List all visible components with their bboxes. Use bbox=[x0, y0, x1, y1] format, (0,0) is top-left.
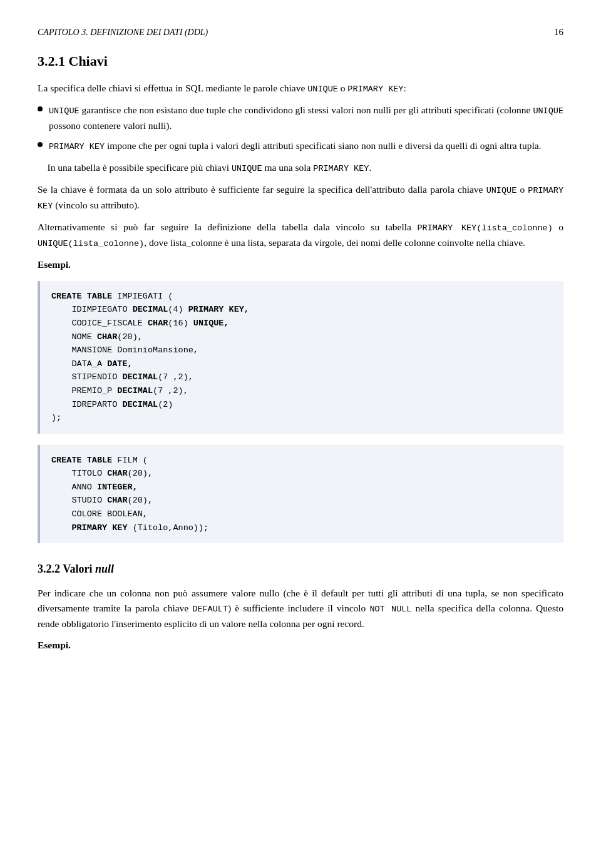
chapter-title: CAPITOLO 3. DEFINIZIONE DEI DATI (DDL) bbox=[38, 26, 208, 39]
inline-default: DEFAULT bbox=[192, 605, 228, 614]
bullet-dot-2 bbox=[38, 142, 43, 147]
page-number: 16 bbox=[554, 25, 563, 39]
section-322-num: 3.2.2 Valori bbox=[38, 563, 95, 575]
kw-date1: DATE, bbox=[107, 359, 133, 369]
kw-char1: CHAR bbox=[148, 319, 168, 328]
kw-table1: TABLE bbox=[87, 292, 113, 301]
inline-primary2: PRIMARY KEY bbox=[38, 186, 563, 211]
para-null-explanation: Per indicare che un colonna non può assu… bbox=[38, 586, 563, 631]
inline-code-unique3: UNIQUE bbox=[533, 106, 563, 116]
kw-char2: CHAR bbox=[97, 332, 117, 342]
bullet-list: UNIQUE garantisce che non esistano due t… bbox=[38, 103, 563, 154]
esempi-label-2: Esempi. bbox=[38, 638, 563, 653]
list-item-primary-key: PRIMARY KEY impone che per ogni tupla i … bbox=[38, 138, 563, 154]
kw-create2: CREATE bbox=[51, 456, 82, 465]
para-unique-multiple: In una tabella è possibile specificare p… bbox=[38, 160, 563, 176]
kw-integer1: INTEGER, bbox=[97, 483, 138, 492]
inline-code-primary-key: PRIMARY KEY bbox=[347, 84, 403, 94]
inline-unique-list: UNIQUE(lista_colonne) bbox=[38, 239, 144, 248]
kw-decimal1: DECIMAL bbox=[133, 305, 168, 314]
inline-primary-key-list: PRIMARY KEY(lista_colonne) bbox=[417, 223, 552, 233]
kw-table2: TABLE bbox=[87, 456, 113, 465]
para-single-attr: Se la chiave è formata da un solo attrib… bbox=[38, 182, 563, 213]
kw-char3: CHAR bbox=[107, 469, 127, 478]
inline-unique2: UNIQUE bbox=[486, 186, 517, 195]
kw-create1: CREATE bbox=[51, 292, 82, 301]
kw-unique1: UNIQUE, bbox=[193, 319, 229, 328]
para-alternatively: Alternativamente si può far seguire la d… bbox=[38, 220, 563, 251]
section-322-italic: null bbox=[95, 563, 114, 575]
inline-primary: PRIMARY KEY bbox=[313, 164, 369, 173]
code-block-impiegati: CREATE TABLE IMPIEGATI ( IDIMPIEGATO DEC… bbox=[38, 281, 563, 434]
section-321-intro: La specifica delle chiavi si effettua in… bbox=[38, 81, 563, 96]
kw-decimal4: DECIMAL bbox=[122, 400, 158, 409]
code-block-film: CREATE TABLE FILM ( TITOLO CHAR(20), ANN… bbox=[38, 445, 563, 544]
section-321-title: 3.2.1 Chiavi bbox=[38, 51, 563, 72]
kw-char4: CHAR bbox=[107, 496, 127, 505]
esempi-label-1: Esempi. bbox=[38, 257, 563, 272]
kw-decimal3: DECIMAL bbox=[117, 386, 153, 396]
inline-code-unique2: UNIQUE bbox=[49, 106, 80, 116]
section-322-title: 3.2.2 Valori null bbox=[38, 561, 563, 578]
bullet-text-2: PRIMARY KEY impone che per ogni tupla i … bbox=[49, 138, 563, 154]
inline-not-null: NOT NULL bbox=[369, 605, 411, 614]
page-header: CAPITOLO 3. DEFINIZIONE DEI DATI (DDL) 1… bbox=[38, 25, 563, 39]
kw-pk2: PRIMARY KEY bbox=[71, 523, 127, 533]
list-item-unique: UNIQUE garantisce che non esistano due t… bbox=[38, 103, 563, 133]
bullet-text-1: UNIQUE garantisce che non esistano due t… bbox=[49, 103, 563, 133]
bullet-dot-1 bbox=[38, 106, 43, 111]
kw-pk1: PRIMARY KEY, bbox=[188, 305, 249, 314]
inline-unique: UNIQUE bbox=[232, 164, 262, 173]
kw-decimal2: DECIMAL bbox=[122, 372, 158, 382]
inline-code-primary-key2: PRIMARY KEY bbox=[49, 142, 105, 151]
inline-code-unique: UNIQUE bbox=[307, 84, 338, 94]
